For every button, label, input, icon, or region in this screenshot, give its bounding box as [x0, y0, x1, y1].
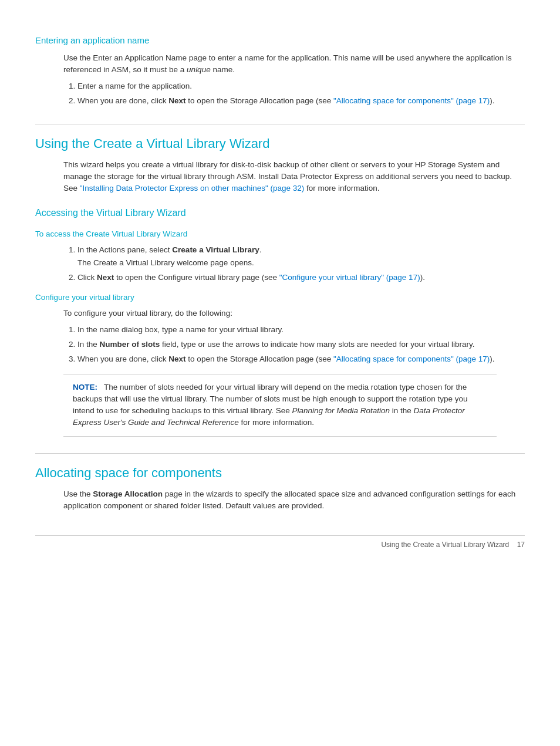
- link-installing-data-protector[interactable]: "Installing Data Protector Express on ot…: [80, 184, 305, 193]
- configure-step-3: When you are done, click Next to open th…: [77, 353, 525, 365]
- heading-entering-application-name: Entering an application name: [35, 34, 525, 48]
- to-access-step-2: Click Next to open the Configure virtual…: [77, 272, 525, 283]
- subsubsection-configure-virtual-library: Configure your virtual library To config…: [35, 292, 525, 436]
- unique-italic: unique: [187, 65, 211, 74]
- create-virtual-library-bold: Create a Virtual Library: [172, 245, 259, 254]
- footer: Using the Create a Virtual Library Wizar…: [35, 535, 525, 550]
- planning-italic: Planning for Media Rotation: [292, 406, 390, 415]
- link-allocating-1[interactable]: "Allocating space for components" (page …: [333, 96, 490, 105]
- entering-steps-list: Enter a name for the application. When y…: [77, 80, 525, 107]
- number-of-slots-bold: Number of slots: [100, 340, 160, 349]
- note-box: NOTE: The number of slots needed for you…: [63, 374, 497, 437]
- configure-steps-list: In the name dialog box, type a name for …: [77, 324, 525, 366]
- heading-accessing-virtual-library: Accessing the Virtual Library Wizard: [35, 206, 525, 220]
- heading-allocating-space: Allocating space for components: [35, 453, 525, 482]
- body-allocating-intro: Use the Storage Allocation page in the w…: [63, 488, 525, 512]
- to-access-step-1: In the Actions pane, select Create a Vir…: [77, 244, 525, 269]
- note-content: NOTE: The number of slots needed for you…: [73, 382, 487, 429]
- to-access-steps-list: In the Actions pane, select Create a Vir…: [77, 244, 525, 284]
- heading-configure-virtual-library: Configure your virtual library: [35, 292, 525, 303]
- heading-to-access: To access the Create Virtual Library Wiz…: [35, 228, 525, 240]
- note-label: NOTE:: [73, 383, 97, 391]
- body-virtual-library-intro: This wizard helps you create a virtual l…: [63, 159, 525, 195]
- next-bold-2: Next: [97, 273, 114, 282]
- footer-text: Using the Create a Virtual Library Wizar…: [381, 541, 509, 549]
- next-bold-1: Next: [168, 96, 185, 105]
- storage-allocation-bold: Storage Allocation: [93, 490, 163, 498]
- next-bold-3: Next: [168, 355, 185, 363]
- entering-step-2: When you are done, click Next to open th…: [77, 95, 525, 107]
- configure-step-1: In the name dialog box, type a name for …: [77, 324, 525, 336]
- heading-using-virtual-library: Using the Create a Virtual Library Wizar…: [35, 124, 525, 153]
- subsubsection-to-access: To access the Create Virtual Library Wiz…: [35, 228, 525, 283]
- body-entering-intro: Use the Enter an Application Name page t…: [63, 52, 525, 76]
- configure-intro: To configure your virtual library, do th…: [63, 308, 525, 319]
- page-number: 17: [517, 541, 525, 549]
- subsection-accessing-virtual-library: Accessing the Virtual Library Wizard To …: [35, 206, 525, 436]
- dpexpress-italic: Data Protector Express User's Guide and …: [73, 406, 465, 427]
- step1-subtext: The Create a Virtual Library welcome pag…: [77, 257, 254, 269]
- configure-step-2: In the Number of slots field, type or us…: [77, 339, 525, 350]
- entering-step-1: Enter a name for the application.: [77, 80, 525, 92]
- section-entering-application-name: Entering an application name Use the Ent…: [35, 34, 525, 107]
- link-configure-virtual-library[interactable]: "Configure your virtual library" (page 1…: [279, 273, 420, 282]
- link-allocating-2[interactable]: "Allocating space for components" (page …: [333, 355, 490, 363]
- section-using-virtual-library: Using the Create a Virtual Library Wizar…: [35, 124, 525, 437]
- section-allocating-space: Allocating space for components Use the …: [35, 453, 525, 512]
